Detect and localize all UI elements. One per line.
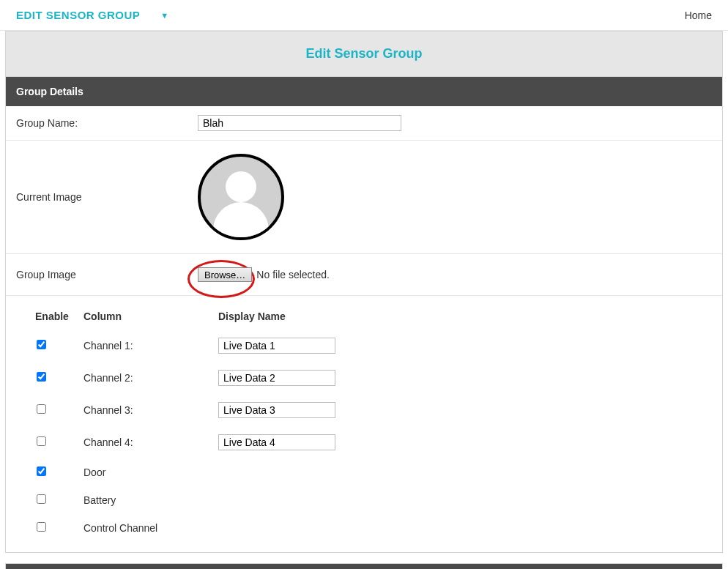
group-name-row: Group Name: [6,106,722,141]
channel-enable-checkbox[interactable] [37,466,46,476]
channel-enable-checkbox[interactable] [37,494,46,504]
topbar: EDIT SENSOR GROUP ▼ Home [0,0,728,31]
group-details-header: Group Details [6,77,722,106]
channels-table-header: Enable Column Display Name [35,303,693,330]
home-link[interactable]: Home [685,10,712,21]
channel-row: Control Channel [35,514,693,542]
channel-row: Channel 3: [35,394,693,426]
channel-display-cell [218,434,693,450]
avatar-head-icon [226,171,256,202]
channel-display-cell [218,370,693,386]
channel-label: Door [83,466,218,478]
page-header: Edit Sensor Group [5,31,723,76]
channel-row: Channel 4: [35,426,693,458]
group-details-panel: Group Details Group Name: Current Image … [5,76,723,553]
avatar-body-icon [213,202,269,239]
channel-enable-checkbox[interactable] [37,522,46,532]
site-members-header: Site Members [6,564,722,569]
header-display: Display Name [218,310,693,322]
page-context-title[interactable]: EDIT SENSOR GROUP [16,9,140,21]
topbar-left: EDIT SENSOR GROUP ▼ [16,9,168,21]
channel-display-input[interactable] [218,338,335,354]
channel-enable-cell [35,404,83,416]
channel-enable-cell [35,466,83,478]
header-enable: Enable [35,310,83,322]
channel-enable-checkbox[interactable] [37,436,46,446]
group-image-row: Group Image Browse… No file selected. [6,254,722,296]
current-image-label: Current Image [16,191,198,203]
group-name-label: Group Name: [16,117,198,129]
file-selected-status: No file selected. [256,269,330,280]
browse-button[interactable]: Browse… [198,267,252,282]
channel-label: Channel 4: [83,436,218,448]
channel-label: Control Channel [83,522,218,534]
channel-enable-checkbox[interactable] [37,404,46,414]
channel-display-input[interactable] [218,402,335,418]
channels-table-body: Channel 1:Channel 2:Channel 3:Channel 4:… [35,330,693,542]
channel-row: Channel 1: [35,330,693,362]
channel-label: Channel 1: [83,340,218,352]
page-title: Edit Sensor Group [305,46,422,61]
group-name-input[interactable] [198,115,401,131]
channel-enable-cell [35,436,83,448]
current-image-row: Current Image [6,141,722,254]
channel-display-input[interactable] [218,434,335,450]
channel-label: Battery [83,494,218,506]
group-image-label: Group Image [16,269,198,280]
channel-display-cell [218,338,693,354]
channel-enable-cell [35,522,83,534]
avatar-placeholder [198,154,284,240]
site-members-panel: Site Members [5,563,723,569]
channel-enable-cell [35,340,83,352]
channel-enable-cell [35,494,83,506]
channel-row: Channel 2: [35,362,693,394]
channel-label: Channel 2: [83,372,218,384]
channel-row: Battery [35,486,693,514]
channel-display-input[interactable] [218,370,335,386]
chevron-down-icon[interactable]: ▼ [160,11,168,20]
channel-enable-checkbox[interactable] [37,372,46,382]
channel-enable-cell [35,372,83,384]
channel-enable-checkbox[interactable] [37,340,46,349]
channel-row: Door [35,458,693,486]
channel-label: Channel 3: [83,404,218,416]
channels-section: Enable Column Display Name Channel 1:Cha… [6,296,722,552]
channel-display-cell [218,402,693,418]
header-column: Column [83,310,218,322]
